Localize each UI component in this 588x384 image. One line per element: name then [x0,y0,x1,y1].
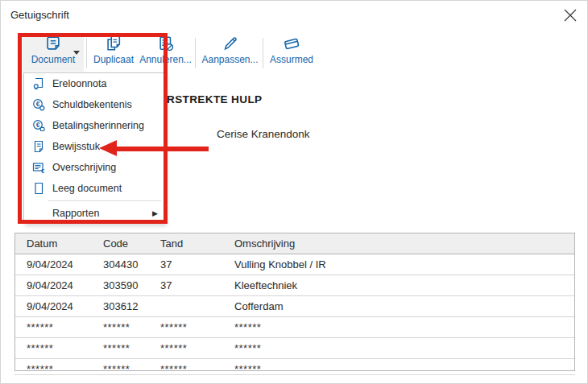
submenu-arrow-icon: ▶ [152,209,158,217]
duplicate-icon [105,35,122,52]
cell-tand: ****** [149,321,223,333]
menu-item-rapporten[interactable]: Rapporten ▶ [24,203,164,224]
cell-omschrijving: Vulling Knobbel / IR [223,258,574,270]
blank-page-icon [32,182,45,195]
menu-item-schuldbekentenis[interactable]: € Schuldbekentenis [24,94,164,115]
table-row[interactable]: 9/04/2024 303590 37 Kleeftechniek [15,275,574,296]
menu-item-overschrijving[interactable]: € Overschrijving [24,157,164,178]
cell-datum: ****** [15,321,92,333]
svg-text:€: € [36,121,40,129]
document-icon [44,35,62,52]
getuigschrift-dialog: Getuigschrift Document Duplicaat [0,0,588,384]
table-row[interactable]: ****** ****** ****** ****** [15,338,574,359]
cell-omschrijving: ****** [223,321,574,333]
document-dropdown-menu: Ereloonnota € Schuldbekentenis € Betalin [23,72,165,224]
menu-item-label: Schuldbekentenis [52,99,132,110]
menu-item-label: Betalingsherinnering [52,120,144,131]
duplicaat-button-label: Duplicaat [93,54,134,65]
document-heading: RSTREKTE HULP [167,93,262,105]
table-row[interactable]: ****** ****** ****** ****** [15,359,574,371]
menu-item-leeg-document[interactable]: Leeg document [24,178,164,199]
cell-tand: ****** [149,342,223,354]
cell-datum: 9/04/2024 [15,258,92,270]
toolbar-separator [86,38,87,68]
cell-omschrijving: ****** [223,363,574,371]
close-button[interactable] [560,6,581,27]
certificate-icon [32,77,45,90]
table-header-row: Datum Code Tand Omschrijving [15,233,574,254]
menu-item-ereloonnota[interactable]: Ereloonnota [24,73,164,94]
cell-tand: 37 [149,279,223,291]
document-button-label: Document [31,54,76,65]
annuleren-button-label: Annuleren... [139,54,192,65]
cell-code: ****** [92,321,149,333]
cancel-document-icon [157,35,175,52]
cell-datum: ****** [15,363,92,371]
menu-item-label: Bewijsstuk [52,141,100,152]
toolbar-separator [263,38,263,68]
cell-omschrijving: Kleeftechniek [223,279,574,291]
menu-item-label: Ereloonnota [52,78,106,89]
menu-separator [48,200,161,201]
table-row[interactable]: 9/04/2024 303612 Cofferdam [15,296,574,317]
pencil-icon [222,35,239,52]
card-icon [282,35,301,52]
patient-name: Cerise Kranendonk [217,128,310,140]
annuleren-button[interactable]: Annuleren... [139,35,193,72]
table-row[interactable]: ****** ****** ****** ****** [15,317,574,338]
column-header-tand: Tand [149,237,223,250]
cell-datum: ****** [15,342,92,354]
transfer-form-icon: € [32,161,45,174]
close-icon [562,7,578,26]
assurmed-button[interactable]: Assurmed [264,35,319,72]
menu-item-label: Rapporten [52,208,99,219]
document-button[interactable]: Document [23,35,84,72]
cell-datum: 9/04/2024 [15,300,92,312]
column-header-datum: Datum [15,237,92,250]
svg-text:€: € [41,167,45,175]
svg-text:€: € [36,100,40,108]
menu-item-label: Leeg document [52,183,122,194]
dialog-title: Getuigschrift [10,9,69,21]
cell-code: ****** [92,342,149,354]
cell-code: 304430 [92,258,149,270]
menu-item-bewijsstuk[interactable]: Bewijsstuk [24,136,164,157]
column-header-omschrijving: Omschrijving [223,237,574,250]
document-page-icon [32,140,45,153]
cell-datum: 9/04/2024 [15,279,92,291]
cell-code: 303612 [92,300,149,312]
cell-omschrijving: ****** [223,342,574,354]
cell-tand: ****** [149,363,223,371]
toolbar-separator [195,38,196,68]
menu-item-betalingsherinnering[interactable]: € Betalingsherinnering [24,115,164,136]
euro-reminder-icon: € [32,119,45,132]
cell-tand: 37 [149,258,223,270]
aanpassen-button[interactable]: Aanpassen... [198,35,262,72]
bottom-divider [14,374,575,375]
duplicaat-button[interactable]: Duplicaat [89,35,139,72]
aanpassen-button-label: Aanpassen... [201,54,258,65]
euro-coin-icon: € [32,98,45,111]
assurmed-button-label: Assurmed [270,54,313,65]
menu-item-label: Overschrijving [52,162,116,173]
prestaties-table: Datum Code Tand Omschrijving 9/04/2024 3… [14,233,575,371]
chevron-down-icon [73,51,80,55]
cell-code: 303590 [92,279,149,291]
cell-omschrijving: Cofferdam [223,300,574,312]
no-icon [32,207,45,220]
table-row[interactable]: 9/04/2024 304430 37 Vulling Knobbel / IR [15,254,574,275]
cell-code: ****** [92,363,149,371]
column-header-code: Code [92,237,149,250]
